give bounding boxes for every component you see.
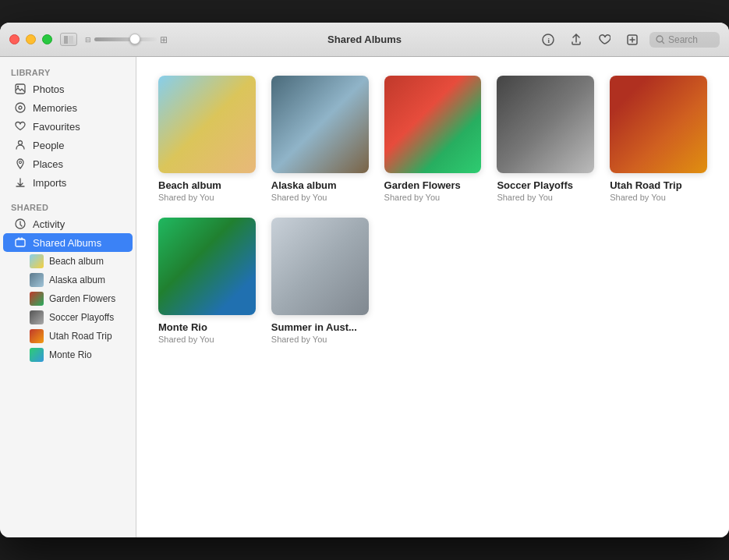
album-cover-img-alaska-album [271, 76, 369, 173]
album-cover-img-soccer-playoffs [497, 76, 594, 173]
alaska-album-thumb [30, 273, 44, 287]
album-cover-img-utah-road-trip [610, 76, 707, 173]
album-name-beach-album: Beach album [158, 179, 221, 191]
album-subtitle-alaska-album: Shared by You [271, 193, 327, 202]
info-button[interactable]: i [537, 29, 559, 51]
shared-albums-label: Shared Albums [33, 237, 101, 249]
album-name-summer-in-aust: Summer in Aust... [271, 321, 357, 333]
sidebar-item-memories[interactable]: Memories [3, 98, 133, 117]
close-button[interactable] [9, 34, 19, 44]
album-card-summer-in-aust[interactable]: Summer in Aust...Shared by You [271, 218, 369, 344]
sidebar-subitem-garden-flowers[interactable]: Garden Flowers [3, 289, 133, 308]
search-box[interactable]: Search [649, 32, 720, 48]
favourites-label: Favourites [33, 121, 80, 133]
titlebar: ⊟ ⊞ Shared Albums i [0, 23, 729, 57]
app-window: ⊟ ⊞ Shared Albums i [0, 23, 729, 537]
favourites-icon [14, 120, 27, 133]
album-subtitle-utah-road-trip: Shared by You [610, 193, 666, 202]
sidebar-item-photos[interactable]: Photos [3, 80, 133, 98]
shared-albums-icon [14, 236, 27, 249]
album-name-utah-road-trip: Utah Road Trip [610, 179, 681, 191]
zoom-slider-thumb[interactable] [129, 34, 140, 44]
zoom-slider-container: ⊟ ⊞ [85, 34, 168, 45]
album-cover-soccer-playoffs [497, 76, 594, 173]
album-cover-img-garden-flowers [384, 76, 482, 173]
places-icon [14, 158, 27, 170]
people-label: People [33, 140, 64, 151]
soccer-playoffs-thumb [30, 310, 44, 324]
utah-road-trip-sublabel: Utah Road Trip [49, 331, 112, 342]
svg-point-8 [16, 103, 25, 112]
album-subtitle-soccer-playoffs: Shared by You [497, 193, 553, 202]
zoom-min-icon: ⊟ [85, 36, 91, 44]
photos-icon [14, 83, 27, 95]
imports-label: Imports [33, 177, 66, 189]
zoom-slider-track [94, 37, 157, 41]
svg-rect-0 [64, 36, 68, 44]
zoom-max-icon: ⊞ [160, 34, 168, 45]
titlebar-actions: i [537, 29, 720, 51]
sidebar-item-places[interactable]: Places [3, 154, 133, 173]
alaska-album-sublabel: Alaska album [49, 275, 105, 285]
nav-controls: ⊟ ⊞ [60, 33, 168, 46]
album-subtitle-beach-album: Shared by You [158, 193, 214, 202]
library-section-header: Library [0, 63, 136, 80]
sidebar-toggle-button[interactable] [60, 33, 77, 46]
monte-rio-sublabel: Monte Rio [49, 349, 92, 360]
album-card-alaska-album[interactable]: Alaska albumShared by You [271, 76, 369, 202]
main-layout: Library Photos [0, 57, 729, 537]
sidebar-subitem-beach-album[interactable]: Beach album [3, 252, 133, 271]
sidebar: Library Photos [0, 57, 136, 537]
sidebar-item-shared-albums[interactable]: Shared Albums [3, 233, 133, 252]
traffic-lights [9, 34, 52, 44]
beach-album-thumb [30, 254, 44, 268]
svg-point-10 [19, 141, 23, 145]
album-cover-garden-flowers [384, 76, 482, 173]
album-cover-img-monte-rio [158, 218, 256, 315]
places-label: Places [33, 158, 63, 170]
shared-section-header: Shared [0, 198, 136, 214]
memories-icon [14, 101, 27, 114]
people-icon [14, 139, 27, 151]
album-name-soccer-playoffs: Soccer Playoffs [497, 179, 573, 191]
sidebar-subitem-alaska-album[interactable]: Alaska album [3, 271, 133, 289]
album-card-utah-road-trip[interactable]: Utah Road TripShared by You [610, 76, 707, 202]
album-card-soccer-playoffs[interactable]: Soccer PlayoffsShared by You [497, 76, 594, 202]
album-name-alaska-album: Alaska album [271, 179, 337, 191]
album-card-garden-flowers[interactable]: Garden FlowersShared by You [384, 76, 482, 202]
sidebar-item-people[interactable]: People [3, 136, 133, 154]
imports-icon [14, 176, 27, 189]
heart-button[interactable] [593, 29, 615, 51]
album-card-beach-album[interactable]: Beach albumShared by You [158, 76, 256, 202]
sidebar-item-imports[interactable]: Imports [3, 173, 133, 192]
album-cover-monte-rio [158, 218, 256, 315]
monte-rio-thumb [30, 348, 44, 362]
svg-point-7 [17, 86, 19, 87]
svg-text:i: i [548, 37, 550, 44]
sidebar-item-activity[interactable]: Activity [3, 214, 133, 233]
window-title: Shared Albums [327, 34, 402, 45]
minimize-button[interactable] [26, 34, 36, 44]
svg-point-9 [19, 106, 22, 109]
search-icon [656, 35, 665, 44]
soccer-playoffs-sublabel: Soccer Playoffs [49, 312, 114, 323]
svg-point-11 [19, 161, 22, 164]
activity-icon [14, 218, 27, 230]
maximize-button[interactable] [42, 34, 52, 44]
memories-label: Memories [33, 102, 77, 114]
sidebar-subitem-soccer-playoffs[interactable]: Soccer Playoffs [3, 308, 133, 327]
beach-album-sublabel: Beach album [49, 256, 104, 267]
album-cover-img-beach-album [158, 76, 256, 173]
share-button[interactable] [565, 29, 587, 51]
photos-label: Photos [33, 83, 64, 95]
sidebar-item-favourites[interactable]: Favourites [3, 117, 133, 136]
garden-flowers-sublabel: Garden Flowers [49, 293, 115, 304]
album-cover-summer-in-aust [271, 218, 369, 315]
add-button[interactable] [621, 29, 643, 51]
album-subtitle-garden-flowers: Shared by You [384, 193, 441, 202]
svg-rect-1 [69, 36, 73, 44]
album-card-monte-rio[interactable]: Monte RioShared by You [158, 218, 256, 344]
sidebar-subitem-monte-rio[interactable]: Monte Rio [3, 346, 133, 364]
sidebar-subitem-utah-road-trip[interactable]: Utah Road Trip [3, 327, 133, 346]
content-area: Beach albumShared by YouAlaska albumShar… [136, 57, 729, 537]
